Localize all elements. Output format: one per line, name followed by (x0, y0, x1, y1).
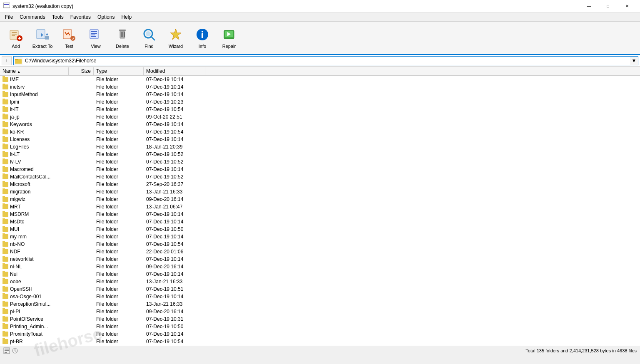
table-row[interactable]: PointOfServiceFile folder07-Dec-19 10:31 (0, 315, 640, 323)
wizard-label: Wizard (169, 44, 183, 49)
table-row[interactable]: nl-NLFile folder09-Dec-20 16:14 (0, 263, 640, 270)
file-type-cell: File folder (94, 271, 144, 277)
table-row[interactable]: MSDRMFile folder07-Dec-19 10:14 (0, 210, 640, 218)
table-row[interactable]: pl-PLFile folder09-Dec-20 16:14 (0, 308, 640, 315)
find-button[interactable]: Find (137, 23, 162, 53)
file-type-cell: File folder (94, 99, 144, 105)
table-row[interactable]: MUIFile folder07-Dec-19 10:50 (0, 225, 640, 233)
folder-icon (2, 182, 8, 187)
file-size-cell (69, 146, 94, 147)
table-row[interactable]: MacromedFile folder07-Dec-19 10:14 (0, 166, 640, 173)
file-size-cell (69, 289, 94, 290)
column-size[interactable]: Size (69, 67, 94, 75)
table-row[interactable]: PerceptionSimul...File folder13-Jan-21 1… (0, 300, 640, 308)
file-type-cell: File folder (94, 286, 144, 292)
column-modified[interactable]: Modified (144, 67, 206, 75)
title-bar: system32 (evaluation copy) — □ ✕ (0, 0, 640, 12)
table-row[interactable]: inetsrvFile folder07-Dec-19 10:14 (0, 83, 640, 91)
file-name-cell: LogFiles (0, 144, 69, 150)
table-row[interactable]: Printing_Admin...File folder07-Dec-19 10… (0, 323, 640, 330)
column-type[interactable]: Type (94, 67, 144, 75)
info-label: Info (199, 44, 206, 49)
file-size-cell (69, 296, 94, 297)
file-modified-cell: 09-Oct-20 22:51 (144, 114, 206, 120)
table-row[interactable]: ko-KRFile folder07-Dec-19 10:54 (0, 128, 640, 136)
table-row[interactable]: OpenSSHFile folder07-Dec-19 10:51 (0, 285, 640, 293)
table-row[interactable]: lt-LTFile folder07-Dec-19 10:52 (0, 151, 640, 158)
minimize-button[interactable]: — (579, 0, 598, 12)
folder-icon (2, 99, 8, 104)
maximize-button[interactable]: □ (598, 0, 618, 12)
wizard-button[interactable]: Wizard (163, 23, 188, 53)
folder-icon (2, 137, 8, 142)
app-icon (3, 2, 10, 10)
file-type-cell: File folder (94, 188, 144, 195)
table-row[interactable]: NDFFile folder22-Dec-20 01:06 (0, 248, 640, 255)
folder-icon (2, 234, 8, 239)
file-type-cell: File folder (94, 248, 144, 255)
file-type-cell: File folder (94, 263, 144, 270)
table-row[interactable]: migwizFile folder09-Dec-20 16:14 (0, 196, 640, 203)
table-row[interactable]: MailContactsCal...File folder07-Dec-19 1… (0, 173, 640, 181)
file-name-cell: ko-KR (0, 129, 69, 135)
table-row[interactable]: networklistFile folder07-Dec-19 10:14 (0, 255, 640, 263)
view-button[interactable]: View (83, 23, 108, 53)
delete-button[interactable]: Delete (110, 23, 135, 53)
file-type-cell: File folder (94, 106, 144, 113)
up-button[interactable]: ↑ (2, 56, 12, 65)
table-row[interactable]: lv-LVFile folder07-Dec-19 10:52 (0, 158, 640, 166)
table-row[interactable]: nb-NOFile folder07-Dec-19 10:54 (0, 240, 640, 248)
table-row[interactable]: migrationFile folder13-Jan-21 16:33 (0, 188, 640, 196)
wizard-icon (168, 27, 183, 42)
extract-to-button[interactable]: Extract To (30, 23, 55, 53)
find-label: Find (144, 44, 153, 49)
table-row[interactable]: NuiFile folder07-Dec-19 10:14 (0, 270, 640, 278)
address-input[interactable] (22, 56, 630, 65)
table-row[interactable]: LicensesFile folder07-Dec-19 10:14 (0, 136, 640, 143)
find-icon (142, 27, 157, 42)
table-row[interactable]: ProximityToastFile folder07-Dec-19 10:14 (0, 330, 640, 338)
menu-favorites[interactable]: Favorites (67, 13, 94, 21)
folder-icon (2, 294, 8, 299)
table-row[interactable]: KeywordsFile folder07-Dec-19 10:14 (0, 121, 640, 128)
folder-small-icon (13, 56, 22, 65)
table-row[interactable]: osa-Osge-001File folder07-Dec-19 10:14 (0, 293, 640, 300)
file-size-cell (69, 116, 94, 117)
menu-options[interactable]: Options (94, 13, 118, 21)
menu-file[interactable]: File (2, 13, 16, 21)
table-row[interactable]: InputMethodFile folder07-Dec-19 10:14 (0, 91, 640, 98)
table-row[interactable]: MRTFile folder13-Jan-21 06:47 (0, 203, 640, 210)
file-size-cell (69, 94, 94, 95)
file-name-cell: nb-NO (0, 241, 69, 248)
table-row[interactable]: lpmiFile folder07-Dec-19 10:23 (0, 98, 640, 106)
address-dropdown-button[interactable]: ▼ (630, 56, 638, 65)
file-modified-cell: 22-Dec-20 01:06 (144, 248, 206, 255)
file-size-cell (69, 109, 94, 110)
table-row[interactable]: ja-jpFile folder09-Oct-20 22:51 (0, 113, 640, 121)
table-row[interactable]: it-ITFile folder07-Dec-19 10:54 (0, 106, 640, 113)
table-row[interactable]: oobeFile folder13-Jan-21 16:33 (0, 278, 640, 285)
add-button[interactable]: Add (3, 23, 28, 53)
svg-rect-41 (5, 349, 9, 349)
repair-button[interactable]: Repair (217, 23, 242, 53)
svg-line-29 (151, 37, 154, 40)
test-button[interactable]: ✓ Test (57, 23, 82, 53)
file-modified-cell: 07-Dec-19 10:14 (144, 166, 206, 173)
close-button[interactable]: ✕ (618, 0, 637, 12)
table-row[interactable]: my-mmFile folder07-Dec-19 10:14 (0, 233, 640, 240)
table-row[interactable]: MsDtcFile folder07-Dec-19 10:14 (0, 218, 640, 225)
column-name[interactable]: Name ▲ (0, 67, 69, 75)
table-row[interactable]: pt-BRFile folder07-Dec-19 10:54 (0, 338, 640, 345)
info-button[interactable]: Info (190, 23, 215, 53)
table-row[interactable]: LogFilesFile folder18-Jan-21 20:39 (0, 143, 640, 151)
folder-icon (2, 324, 8, 329)
folder-icon (2, 189, 8, 194)
svg-rect-42 (5, 350, 9, 351)
menu-commands[interactable]: Commands (16, 13, 48, 21)
folder-icon (2, 332, 8, 337)
table-row[interactable]: IMEFile folder07-Dec-19 10:14 (0, 76, 640, 83)
menu-help[interactable]: Help (118, 13, 135, 21)
table-row[interactable]: MicrosoftFile folder27-Sep-20 16:37 (0, 181, 640, 188)
file-list-body[interactable]: IMEFile folder07-Dec-19 10:14inetsrvFile… (0, 76, 640, 346)
menu-tools[interactable]: Tools (49, 13, 67, 21)
